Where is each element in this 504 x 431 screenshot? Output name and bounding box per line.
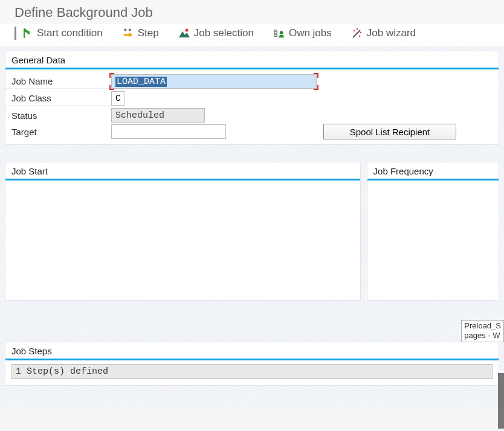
- toolbar-label: Step: [138, 27, 159, 39]
- toolbar-label: Start condition: [37, 27, 103, 39]
- divider-line: [5, 68, 499, 69]
- svg-point-4: [353, 30, 355, 32]
- toolbar-job-wizard[interactable]: Job wizard: [351, 27, 416, 39]
- svg-point-0: [124, 29, 126, 31]
- tooltip-preload: Preload_S pages - W: [461, 320, 504, 342]
- divider-icon: [15, 27, 16, 40]
- panel-job-steps: Job Steps 1 Step(s) defined: [5, 342, 499, 386]
- row-job-class: Job Class C: [5, 90, 499, 107]
- toolbar-start-condition[interactable]: Start condition: [15, 27, 103, 40]
- divider-line: [367, 179, 499, 180]
- toolbar: Start condition Step Job selection: [0, 24, 504, 46]
- svg-point-7: [358, 36, 360, 37]
- target-input[interactable]: [111, 124, 226, 139]
- tooltip-line: Preload_S: [464, 321, 501, 331]
- divider-line: [5, 359, 499, 360]
- label-target: Target: [5, 125, 111, 139]
- mountain-icon: [178, 27, 190, 39]
- own-jobs-icon: [273, 27, 285, 39]
- panel-general-data: General Data Job Name LOAD_DATA Job Clas…: [5, 51, 499, 145]
- label-status: Status: [5, 109, 111, 123]
- tooltip-line: pages - W: [464, 331, 501, 340]
- panel-title: Job Start: [5, 162, 360, 177]
- job-steps-summary: 1 Step(s) defined: [11, 364, 493, 379]
- toolbar-job-selection[interactable]: Job selection: [178, 27, 254, 39]
- row-job-name: Job Name LOAD_DATA: [5, 73, 499, 90]
- svg-point-2: [185, 29, 188, 32]
- spool-list-recipient-button[interactable]: Spool List Recipient: [323, 124, 456, 139]
- scrollbar-thumb[interactable]: [498, 373, 504, 429]
- panel-title: Job Frequency: [367, 162, 499, 177]
- row-target: Target Spool List Recipient: [5, 124, 499, 144]
- job-name-value: LOAD_DATA: [115, 77, 167, 87]
- toolbar-own-jobs[interactable]: Own jobs: [273, 27, 332, 39]
- page-title: Define Background Job: [0, 0, 504, 24]
- svg-point-6: [360, 32, 361, 34]
- panel-job-start: Job Start: [5, 162, 361, 301]
- divider-line: [5, 179, 360, 180]
- panel-title: Job Steps: [5, 342, 499, 357]
- toolbar-step[interactable]: Step: [122, 27, 159, 39]
- panel-job-frequency: Job Frequency: [367, 162, 499, 301]
- toolbar-label: Job wizard: [367, 27, 416, 39]
- row-status: Status Scheduled: [5, 107, 499, 124]
- panel-title: General Data: [5, 51, 499, 66]
- toolbar-label: Job selection: [194, 27, 254, 39]
- job-name-input[interactable]: LOAD_DATA: [111, 74, 317, 89]
- svg-point-5: [356, 28, 358, 30]
- label-job-class: Job Class: [5, 91, 111, 106]
- step-arrow-icon: [122, 27, 134, 39]
- job-class-input[interactable]: C: [111, 91, 124, 106]
- svg-point-1: [128, 29, 131, 31]
- toolbar-label: Own jobs: [289, 27, 332, 39]
- svg-point-3: [280, 31, 283, 34]
- wand-icon: [351, 27, 363, 39]
- flag-icon: [21, 27, 33, 39]
- status-display: Scheduled: [111, 108, 205, 123]
- label-job-name: Job Name: [5, 74, 111, 89]
